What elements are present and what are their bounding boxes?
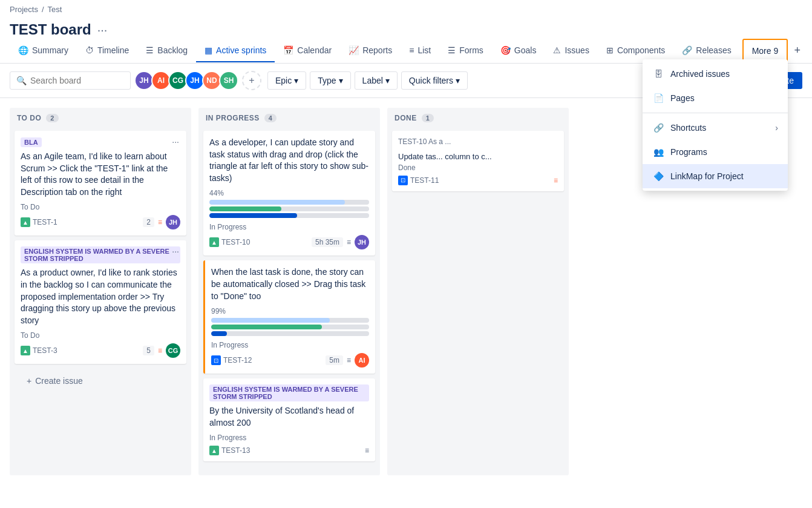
card-text-card-4: When the last task is done, the story ca… [211,266,369,302]
dropdown-item-linkmap[interactable]: 🔷 LinkMap for Project [643,164,788,188]
tab-icon-calendar: 📅 [283,45,293,55]
more-dropdown-menu: 🗄 Archived issues 📄 Pages 🔗 Shortcuts › … [643,59,788,191]
nav-tab-releases[interactable]: 🔗Releases [673,39,739,62]
priority-icon-card-5: ≡ [365,446,369,455]
card-status-card-5: In Progress [209,434,369,442]
story-icon-card-2: ▲ [21,346,30,355]
card-text-card-2: As a product owner, I'd like to rank sto… [21,267,180,326]
dropdown-icon-programs: 👥 [652,146,664,158]
card-text-card-3: As a developer, I can update story and t… [209,137,369,184]
priority-icon-card-1: ≡ [158,218,162,226]
nav-tab-list[interactable]: ≡List [401,39,439,62]
nav-tab-summary[interactable]: 🌐Summary [10,39,77,62]
column-done: DONE 1 TEST-10 As a ... Update tas... co… [387,108,569,475]
card-id-done-1: ⊡ TEST-11 [398,176,439,185]
card-issue-id-done-1: TEST-11 [410,176,439,185]
card-subtext-done-1: Update tas... column to c... [398,152,558,161]
card-id-card-5: ▲ TEST-13 [209,446,250,455]
tab-label-list: List [417,45,431,55]
nav-tab-forms[interactable]: ☰Forms [439,39,492,62]
card-id-card-1: ▲ TEST-1 [21,217,57,227]
plus-icon: + [27,376,31,386]
card-avatar-card-1: JH [166,215,180,229]
tab-icon-goals: 🎯 [500,45,511,55]
card-tag-card-1: BLA [21,137,42,147]
column-cards-todo: ··· BLA As an Agile team, I'd like to le… [10,128,191,475]
card-card-1[interactable]: ··· BLA As an Agile team, I'd like to le… [15,131,186,236]
nav-tab-active-sprints[interactable]: ▦Active sprints [196,39,275,62]
tab-icon-timeline: ⏱ [85,45,94,55]
page-header: TEST board ··· [0,19,812,38]
create-issue-button[interactable]: + Create issue [19,371,182,391]
tab-label-backlog: Backlog [157,45,188,55]
filter-quick-filters[interactable]: Quick filters▾ [401,71,468,90]
add-member-button[interactable]: + [242,71,261,90]
card-issue-id-card-4: TEST-12 [223,356,252,365]
filter-epic[interactable]: Epic▾ [267,71,306,90]
card-card-4[interactable]: When the last task is done, the story ca… [203,260,375,374]
tab-icon-issues: ⚠ [553,45,561,55]
card-tag-card-2: ENGLISH SYSTEM IS WARMED BY A SEVERE STO… [21,246,180,263]
dropdown-chevron-shortcuts: › [775,123,778,133]
dropdown-item-archived-issues[interactable]: 🗄 Archived issues [643,62,788,86]
nav-tab-backlog[interactable]: ☰Backlog [137,39,196,62]
card-meta-card-3: 5h 35m ≡ JH [312,235,369,249]
card-dots-card-2[interactable]: ··· [169,245,182,257]
nav-tab-calendar[interactable]: 📅Calendar [275,39,340,62]
dropdown-label-shortcuts: Shortcuts [670,123,706,133]
avatar-a6[interactable]: SH [219,71,238,90]
nav-tab-components[interactable]: ⊞Components [598,39,673,62]
column-title-done: DONE [395,114,417,122]
tab-icon-summary: 🌐 [18,45,28,55]
header-more-dots[interactable]: ··· [97,23,108,37]
add-tab-button[interactable]: + [788,38,807,63]
project-link[interactable]: Test [48,5,62,14]
tab-label-goals: Goals [514,45,537,55]
card-avatar-card-4: AI [355,353,369,368]
card-issue-id-card-2: TEST-3 [33,346,57,355]
more-tab-label: More [752,46,771,56]
nav-tab-timeline[interactable]: ⏱Timeline [77,39,137,62]
card-avatar-card-2: CG [166,343,180,358]
avatar-group: JHAICGJHNDSH [137,71,238,90]
card-card-3[interactable]: As a developer, I can update story and t… [203,131,375,256]
dropdown-label-linkmap: LinkMap for Project [670,171,744,181]
filter-label[interactable]: Label▾ [355,71,398,90]
card-meta-card-4: 5m ≡ AI [326,353,369,368]
card-status-card-2: To Do [21,331,180,340]
nav-tab-reports[interactable]: 📈Reports [340,39,401,62]
card-points-card-1: 2 [143,217,154,227]
dropdown-item-pages[interactable]: 📄 Pages [643,86,788,110]
tab-label-active-sprints: Active sprints [216,45,266,55]
card-footer-done-1: ⊡ TEST-11 ≡ [398,176,558,185]
dropdown-item-programs[interactable]: 👥 Programs [643,140,788,164]
card-dots-card-1[interactable]: ··· [169,136,182,148]
card-footer-card-2: ▲ TEST-3 5 ≡ CG [21,343,180,358]
column-title-inprogress: IN PROGRESS [206,114,260,122]
column-header-done: DONE 1 [387,108,569,128]
card-issue-id-card-3: TEST-10 [221,238,250,246]
dropdown-item-shortcuts[interactable]: 🔗 Shortcuts › [643,116,788,140]
card-meta-done-1: ≡ [554,176,558,185]
projects-link[interactable]: Projects [10,5,38,14]
search-box[interactable]: 🔍 [10,71,131,90]
search-input[interactable] [30,76,124,85]
breadcrumb-separator: / [42,5,44,14]
card-done-1[interactable]: TEST-10 As a ... Update tas... column to… [392,131,564,191]
card-avatar-card-3: JH [355,235,369,249]
card-status-card-1: To Do [21,203,180,211]
nav-tab-issues[interactable]: ⚠Issues [545,39,597,62]
search-icon: 🔍 [16,76,27,85]
filter-label-quick-filters: Quick filters [409,76,453,85]
priority-icon-card-2: ≡ [158,346,162,355]
nav-tab-goals[interactable]: 🎯Goals [492,39,545,62]
card-card-5[interactable]: ENGLISH SYSTEM IS WARMED BY A SEVERE STO… [203,378,375,461]
column-count-done: 1 [422,114,434,122]
tab-icon-forms: ☰ [448,45,456,55]
card-meta-card-5: ≡ [365,446,369,455]
filter-type[interactable]: Type▾ [310,71,350,90]
tab-label-summary: Summary [32,45,68,55]
issue-type-icon-done-1: ⊡ [398,176,408,185]
card-card-2[interactable]: ··· ENGLISH SYSTEM IS WARMED BY A SEVERE… [15,240,186,364]
filter-label-type: Type [318,76,336,85]
